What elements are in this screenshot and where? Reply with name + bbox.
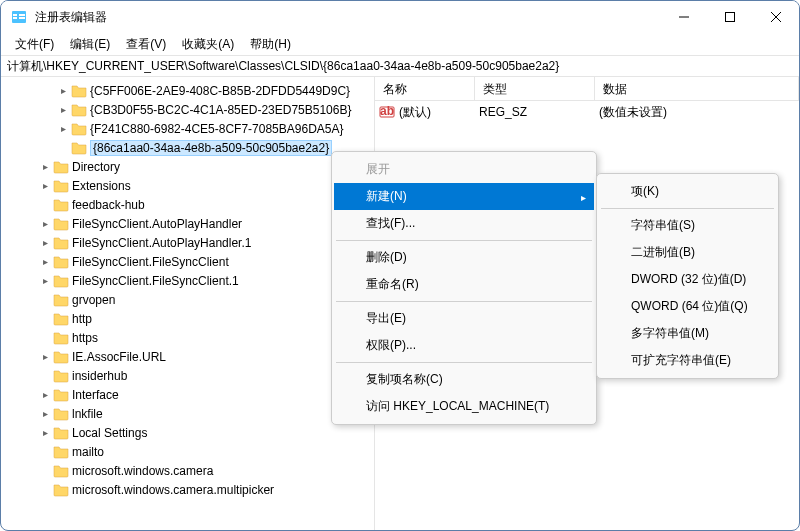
menu-edit[interactable]: 编辑(E) — [62, 34, 118, 55]
menu-separator — [336, 301, 592, 302]
tree-label: http — [72, 312, 92, 326]
tree-item[interactable]: http — [1, 309, 374, 328]
tree-item[interactable]: ▸{CB3D0F55-BC2C-4C1A-85ED-23ED75B5106B} — [1, 100, 374, 119]
tree-label: lnkfile — [72, 407, 103, 421]
tree-item[interactable]: ▸Extensions — [1, 176, 374, 195]
list-row[interactable]: ab (默认) REG_SZ (数值未设置) — [375, 101, 799, 123]
tree-label: Local Settings — [72, 426, 147, 440]
tree-item[interactable]: mailto — [1, 442, 374, 461]
tree-label: FileSyncClient.AutoPlayHandler — [72, 217, 242, 231]
tree-item[interactable]: microsoft.windows.camera.multipicker — [1, 480, 374, 499]
menu-item[interactable]: 复制项名称(C) — [334, 366, 594, 393]
tree-item[interactable]: feedback-hub — [1, 195, 374, 214]
menu-view[interactable]: 查看(V) — [118, 34, 174, 55]
tree-label: feedback-hub — [72, 198, 145, 212]
col-type[interactable]: 类型 — [475, 77, 595, 100]
menu-item[interactable]: QWORD (64 位)值(Q) — [599, 293, 776, 320]
svg-rect-4 — [19, 17, 25, 19]
menubar: 文件(F) 编辑(E) 查看(V) 收藏夹(A) 帮助(H) — [1, 33, 799, 55]
tree-item[interactable]: ▸FileSyncClient.AutoPlayHandler — [1, 214, 374, 233]
tree-label: microsoft.windows.camera.multipicker — [72, 483, 274, 497]
tree-toggle-icon[interactable]: ▸ — [55, 123, 71, 134]
menu-item[interactable]: 可扩充字符串值(E) — [599, 347, 776, 374]
titlebar: 注册表编辑器 — [1, 1, 799, 33]
menu-item[interactable]: 查找(F)... — [334, 210, 594, 237]
menu-favorites[interactable]: 收藏夹(A) — [174, 34, 242, 55]
maximize-button[interactable] — [707, 1, 753, 33]
string-value-icon: ab — [379, 104, 395, 120]
tree-label: {86ca1aa0-34aa-4e8b-a509-50c905bae2a2} — [90, 140, 332, 156]
menu-help[interactable]: 帮助(H) — [242, 34, 299, 55]
tree-item[interactable]: insiderhub — [1, 366, 374, 385]
tree-item[interactable]: grvopen — [1, 290, 374, 309]
close-button[interactable] — [753, 1, 799, 33]
tree-label: FileSyncClient.FileSyncClient — [72, 255, 229, 269]
tree-item[interactable]: ▸FileSyncClient.FileSyncClient.1 — [1, 271, 374, 290]
tree-label: {CB3D0F55-BC2C-4C1A-85ED-23ED75B5106B} — [90, 103, 351, 117]
tree-item[interactable]: ▸IE.AssocFile.URL — [1, 347, 374, 366]
tree-item[interactable]: https — [1, 328, 374, 347]
tree-label: microsoft.windows.camera — [72, 464, 213, 478]
list-header: 名称 类型 数据 — [375, 77, 799, 101]
col-data[interactable]: 数据 — [595, 77, 799, 100]
menu-item[interactable]: 删除(D) — [334, 244, 594, 271]
tree-item[interactable]: ▸{C5FF006E-2AE9-408C-B85B-2DFDD5449D9C} — [1, 81, 374, 100]
tree-item[interactable]: ▸{F241C880-6982-4CE5-8CF7-7085BA96DA5A} — [1, 119, 374, 138]
minimize-button[interactable] — [661, 1, 707, 33]
tree-label: {F241C880-6982-4CE5-8CF7-7085BA96DA5A} — [90, 122, 344, 136]
svg-text:ab: ab — [380, 104, 394, 118]
tree-toggle-icon[interactable]: ▸ — [37, 427, 53, 438]
tree-item[interactable]: ▸FileSyncClient.AutoPlayHandler.1 — [1, 233, 374, 252]
tree-label: https — [72, 331, 98, 345]
menu-item[interactable]: 项(K) — [599, 178, 776, 205]
tree-item[interactable]: {86ca1aa0-34aa-4e8b-a509-50c905bae2a2} — [1, 138, 374, 157]
tree-label: insiderhub — [72, 369, 127, 383]
tree-toggle-icon[interactable]: ▸ — [37, 256, 53, 267]
tree-label: {C5FF006E-2AE9-408C-B85B-2DFDD5449D9C} — [90, 84, 350, 98]
menu-item[interactable]: 新建(N)▸ — [334, 183, 594, 210]
tree-toggle-icon[interactable]: ▸ — [37, 180, 53, 191]
tree-toggle-icon[interactable]: ▸ — [37, 218, 53, 229]
menu-item[interactable]: 多字符串值(M) — [599, 320, 776, 347]
value-data: (数值未设置) — [599, 104, 667, 121]
tree-item[interactable]: ▸FileSyncClient.FileSyncClient — [1, 252, 374, 271]
tree-toggle-icon[interactable]: ▸ — [55, 104, 71, 115]
tree-toggle-icon[interactable]: ▸ — [37, 389, 53, 400]
tree-item[interactable]: ▸lnkfile — [1, 404, 374, 423]
menu-item[interactable]: DWORD (32 位)值(D) — [599, 266, 776, 293]
close-icon — [771, 12, 781, 22]
tree-item[interactable]: microsoft.windows.camera — [1, 461, 374, 480]
value-name: (默认) — [399, 104, 479, 121]
menu-item[interactable]: 导出(E) — [334, 305, 594, 332]
tree-item[interactable]: ▸Interface — [1, 385, 374, 404]
menu-separator — [336, 240, 592, 241]
tree-toggle-icon[interactable]: ▸ — [55, 85, 71, 96]
tree-toggle-icon[interactable]: ▸ — [37, 275, 53, 286]
col-name[interactable]: 名称 — [375, 77, 475, 100]
svg-rect-2 — [13, 17, 17, 19]
tree-toggle-icon[interactable]: ▸ — [37, 351, 53, 362]
maximize-icon — [725, 12, 735, 22]
menu-item[interactable]: 二进制值(B) — [599, 239, 776, 266]
submenu-arrow-icon: ▸ — [581, 191, 586, 202]
menu-item[interactable]: 访问 HKEY_LOCAL_MACHINE(T) — [334, 393, 594, 420]
menu-separator — [601, 208, 774, 209]
tree-item[interactable]: ▸Directory — [1, 157, 374, 176]
tree-pane[interactable]: ▸{C5FF006E-2AE9-408C-B85B-2DFDD5449D9C}▸… — [1, 77, 375, 530]
menu-item[interactable]: 字符串值(S) — [599, 212, 776, 239]
svg-rect-1 — [13, 14, 17, 16]
tree-toggle-icon[interactable]: ▸ — [37, 408, 53, 419]
menu-file[interactable]: 文件(F) — [7, 34, 62, 55]
app-icon — [11, 9, 27, 25]
address-bar[interactable]: 计算机\HKEY_CURRENT_USER\Software\Classes\C… — [1, 55, 799, 77]
tree-label: Extensions — [72, 179, 131, 193]
tree-toggle-icon[interactable]: ▸ — [37, 237, 53, 248]
tree-item[interactable]: ▸Local Settings — [1, 423, 374, 442]
svg-rect-3 — [19, 14, 25, 16]
window-controls — [661, 1, 799, 33]
tree-toggle-icon[interactable]: ▸ — [37, 161, 53, 172]
menu-item[interactable]: 重命名(R) — [334, 271, 594, 298]
menu-item[interactable]: 权限(P)... — [334, 332, 594, 359]
tree-label: FileSyncClient.FileSyncClient.1 — [72, 274, 239, 288]
tree-label: grvopen — [72, 293, 115, 307]
